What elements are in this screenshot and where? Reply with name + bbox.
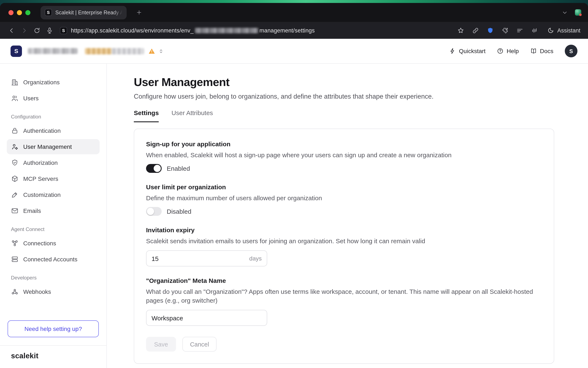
lightning-icon: [449, 48, 456, 54]
assistant-icon: [548, 27, 554, 34]
tab-settings[interactable]: Settings: [134, 109, 159, 122]
browser-tab-strip: S Scalekit | Enterprise Ready A: [0, 3, 588, 22]
page-subtitle: Configure how users join, belong to orga…: [134, 93, 588, 100]
sidebar-section-developers: Developers: [11, 275, 95, 281]
need-help-button[interactable]: Need help setting up?: [8, 320, 99, 337]
new-tab-button[interactable]: [133, 7, 144, 18]
adblock-shield-icon[interactable]: [484, 24, 496, 37]
url-redacted-segment: [195, 28, 258, 33]
server-cube-icon: [11, 175, 19, 183]
close-window-button[interactable]: [9, 10, 13, 15]
tab-title: Scalekit | Enterprise Ready A: [55, 9, 122, 15]
users-icon: [11, 94, 19, 102]
sidebar-item-label: Users: [23, 95, 39, 101]
nodes-icon: [11, 239, 19, 247]
sidebar-item-label: Connections: [23, 240, 56, 247]
reading-list-icon[interactable]: [513, 24, 526, 37]
reload-button[interactable]: [30, 24, 43, 37]
help-button[interactable]: Help: [497, 48, 519, 54]
setting-description: When enabled, Scalekit will host a sign-…: [146, 150, 542, 159]
environment-switcher-caret-icon[interactable]: [158, 48, 164, 54]
brush-icon: [11, 191, 19, 199]
docs-button[interactable]: Docs: [530, 48, 553, 54]
settings-card: Sign-up for your application When enable…: [134, 129, 554, 364]
bookmark-star-icon[interactable]: [454, 24, 467, 37]
scalekit-app: S Quickstart Help: [0, 39, 588, 368]
user-gear-icon: [11, 143, 19, 150]
invitation-expiry-input[interactable]: [152, 255, 246, 262]
toggle-state-label: Disabled: [167, 208, 192, 215]
sidebar-item-label: Emails: [23, 207, 41, 214]
cancel-button[interactable]: Cancel: [182, 337, 217, 351]
quickstart-button[interactable]: Quickstart: [449, 48, 486, 54]
user-avatar[interactable]: S: [565, 45, 578, 57]
address-bar[interactable]: S https://app.scalekit.cloud/ws/environm…: [60, 27, 454, 34]
sidebar-item-label: User Management: [23, 143, 72, 150]
help-circle-icon: [497, 48, 504, 54]
back-button[interactable]: [5, 24, 18, 37]
sidebar-footer: scalekit: [0, 345, 106, 368]
book-icon: [530, 48, 537, 54]
environment-name-redacted[interactable]: [85, 48, 144, 54]
sidebar-item-user-management[interactable]: User Management: [7, 139, 100, 154]
profile-extension-icon[interactable]: [575, 9, 581, 16]
sidebar-item-emails[interactable]: Emails: [7, 203, 100, 218]
sidebar-item-mcp-servers[interactable]: MCP Servers: [7, 171, 100, 186]
setting-description: Scalekit sends invitation emails to user…: [146, 237, 542, 245]
sidebar-item-label: Connected Accounts: [23, 256, 77, 263]
sidebar-item-authentication[interactable]: Authentication: [7, 123, 100, 138]
building-icon: [11, 78, 19, 86]
sidebar-item-organizations[interactable]: Organizations: [7, 75, 100, 90]
scalekit-logo: S: [10, 45, 22, 57]
sidebar-item-users[interactable]: Users: [7, 91, 100, 106]
sidebar-item-connected-accounts[interactable]: Connected Accounts: [7, 252, 100, 267]
setting-title: "Organization" Meta Name: [146, 276, 542, 285]
warning-icon: [148, 47, 155, 55]
input-suffix: days: [249, 255, 262, 262]
forward-button[interactable]: [18, 24, 30, 37]
save-button[interactable]: Save: [146, 337, 176, 351]
minimize-window-button[interactable]: [17, 10, 22, 15]
mic-icon[interactable]: [43, 24, 56, 37]
org-meta-name-input[interactable]: [152, 314, 262, 322]
zoom-window-button[interactable]: [25, 10, 30, 15]
sidebar-section-agent-connect: Agent Connect: [11, 226, 95, 232]
org-meta-name-field: [146, 310, 267, 326]
equalizer-icon[interactable]: [528, 24, 541, 37]
url-prefix: https://app.scalekit.cloud/ws/environmen…: [71, 27, 193, 34]
sidebar-item-connections[interactable]: Connections: [7, 236, 100, 251]
browser-toolbar: S https://app.scalekit.cloud/ws/environm…: [0, 22, 588, 39]
url-suffix: management/settings: [259, 27, 315, 34]
sidebar-item-label: Webhooks: [23, 288, 51, 295]
assistant-label: Assistant: [557, 27, 580, 34]
traffic-lights: [9, 10, 30, 15]
help-label: Help: [507, 48, 519, 54]
envelope-icon: [11, 207, 19, 215]
sidebar-item-authorization[interactable]: Authorization: [7, 155, 100, 170]
content-tabs: Settings User Attributes: [134, 109, 588, 122]
user-limit-toggle[interactable]: [146, 207, 162, 216]
sidebar: Organizations Users Configuration Authen…: [0, 64, 107, 368]
invitation-expiry-field: days: [146, 250, 267, 267]
shield-check-icon: [11, 159, 19, 166]
browser-window: S Scalekit | Enterprise Ready A S https:…: [0, 3, 588, 368]
main-content: User Management Configure how users join…: [107, 64, 588, 368]
scalekit-favicon: S: [45, 9, 52, 16]
browser-tab[interactable]: S Scalekit | Enterprise Ready A: [40, 6, 127, 19]
sidebar-item-customization[interactable]: Customization: [7, 187, 100, 202]
sidebar-item-webhooks[interactable]: Webhooks: [7, 284, 100, 299]
setting-invitation-expiry: Invitation expiry Scalekit sends invitat…: [146, 226, 542, 267]
tab-user-attributes[interactable]: User Attributes: [171, 109, 213, 122]
form-actions: Save Cancel: [146, 337, 542, 351]
setting-description: Define the maximum number of users allow…: [146, 193, 542, 202]
assistant-button[interactable]: Assistant: [545, 27, 583, 34]
extensions-puzzle-icon[interactable]: [499, 24, 511, 37]
setting-title: User limit per organization: [146, 183, 542, 191]
lock-icon: [11, 127, 19, 134]
sidebar-section-configuration: Configuration: [11, 114, 95, 120]
copy-link-icon[interactable]: [469, 24, 482, 37]
app-header: S Quickstart Help: [0, 39, 588, 64]
signup-toggle[interactable]: [146, 164, 162, 173]
tab-search-chevron-icon[interactable]: [561, 9, 568, 16]
url-text: https://app.scalekit.cloud/ws/environmen…: [71, 27, 315, 34]
